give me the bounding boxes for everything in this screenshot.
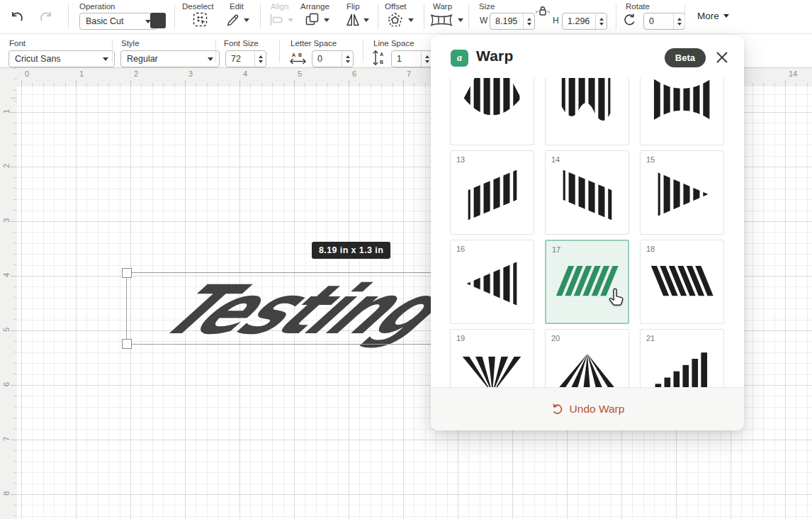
ruler-number: 1 <box>79 69 84 78</box>
ruler-number: 6 <box>352 69 356 78</box>
letter-space-stepper[interactable] <box>342 51 353 67</box>
ruler-number: 0 <box>25 69 29 78</box>
more-button[interactable]: More <box>697 11 729 21</box>
divider <box>260 4 261 29</box>
undo-icon <box>9 9 27 25</box>
rotate-stepper[interactable] <box>673 13 684 29</box>
flip-icon <box>344 11 361 28</box>
warp-style-number: 17 <box>552 245 560 254</box>
selection-handle-bottom-left[interactable] <box>122 339 132 349</box>
width-stepper[interactable] <box>523 13 534 29</box>
undo-button[interactable] <box>9 9 27 25</box>
warp-style-tile-20[interactable]: 20 <box>545 329 629 388</box>
warp-style-number: 21 <box>646 334 655 342</box>
warp-style-tile-21[interactable]: 21 <box>640 329 724 388</box>
font-label: Font <box>9 39 26 48</box>
warp-feature-icon-letter: a <box>457 52 462 64</box>
warp-style-list: 101112131415161718192021 <box>431 78 744 388</box>
arrange-icon <box>305 12 320 28</box>
letter-space-input[interactable] <box>312 51 342 67</box>
divider <box>378 4 378 29</box>
warp-style-tile-10[interactable]: 10 <box>450 78 534 145</box>
warp-chevron-icon[interactable] <box>458 18 463 22</box>
font-size-input[interactable] <box>226 51 254 67</box>
offset-label: Offset <box>385 2 406 11</box>
size-tooltip: 8.19 in x 1.3 in <box>312 242 390 259</box>
letter-space-input-group <box>312 50 354 67</box>
align-button[interactable] <box>269 13 284 27</box>
edit-button[interactable] <box>225 12 241 28</box>
ruler-number: 7 <box>2 434 11 444</box>
height-stepper[interactable] <box>595 13 607 29</box>
flip-chevron-icon[interactable] <box>363 18 369 22</box>
undo-warp-button[interactable]: Undo Warp <box>546 402 629 417</box>
style-label: Style <box>121 39 140 48</box>
close-icon[interactable] <box>716 51 728 64</box>
warp-feature-icon: a <box>451 50 468 67</box>
rotate-label: Rotate <box>626 2 650 11</box>
ruler-number: 5 <box>2 325 11 335</box>
operation-select[interactable]: Basic Cut <box>79 13 157 30</box>
warp-button[interactable] <box>429 13 453 27</box>
height-input[interactable] <box>563 13 595 29</box>
warp-style-tile-19[interactable]: 19 <box>450 329 534 388</box>
arrange-button[interactable] <box>305 12 320 28</box>
chevron-down-icon <box>208 57 213 61</box>
line-space-input-group <box>391 50 433 67</box>
arrange-label: Arrange <box>300 2 329 11</box>
edit-chevron-icon[interactable] <box>244 18 249 22</box>
align-label: Align <box>271 2 289 11</box>
style-select[interactable]: Regular <box>120 50 220 67</box>
deselect-button[interactable] <box>192 11 209 28</box>
ruler-number: 2 <box>2 161 11 171</box>
warp-label: Warp <box>433 2 452 11</box>
line-space-label: Line Space <box>373 39 415 48</box>
ruler-number: 4 <box>243 69 247 78</box>
warp-style-tile-13[interactable]: 13 <box>450 150 534 235</box>
width-input-group <box>490 13 535 30</box>
operation-label: Operation <box>79 2 115 11</box>
rotate-icon <box>621 12 638 28</box>
warp-style-grid: 101112131415161718192021 <box>450 78 724 388</box>
width-input[interactable] <box>490 13 523 29</box>
divider <box>363 40 363 62</box>
rotate-button[interactable] <box>621 12 638 28</box>
arrange-chevron-icon[interactable] <box>324 18 329 22</box>
flip-button[interactable] <box>344 11 361 28</box>
warp-style-tile-16[interactable]: 16 <box>450 240 534 324</box>
ruler-number: 14 <box>789 69 797 78</box>
warp-style-number: 14 <box>551 155 560 164</box>
line-space-input[interactable] <box>392 51 421 67</box>
rotate-input[interactable] <box>644 13 673 29</box>
font-value: Cricut Sans <box>15 54 61 64</box>
font-size-stepper[interactable] <box>254 51 266 67</box>
lock-aspect-icon[interactable] <box>534 4 552 18</box>
warp-style-tile-17[interactable]: 17 <box>545 240 629 324</box>
warp-style-number: 18 <box>646 245 655 253</box>
color-swatch[interactable] <box>150 13 166 28</box>
width-label: W <box>480 16 487 26</box>
offset-icon <box>386 11 404 29</box>
warp-style-tile-11[interactable]: 11 <box>545 78 629 145</box>
beta-badge: Beta <box>665 48 706 67</box>
warp-style-tile-14[interactable]: 14 <box>545 150 629 235</box>
undo-warp-icon <box>551 403 564 416</box>
font-select[interactable]: Cricut Sans <box>9 50 115 67</box>
redo-button[interactable] <box>36 9 54 25</box>
height-input-group <box>562 13 607 30</box>
offset-button[interactable] <box>386 11 404 29</box>
warp-icon <box>429 13 453 27</box>
edit-label: Edit <box>230 2 244 11</box>
svg-text:B: B <box>298 52 302 57</box>
warp-panel-footer: Undo Warp <box>431 387 744 430</box>
deselect-label: Deselect <box>182 2 214 11</box>
redo-icon <box>36 9 54 25</box>
warp-style-tile-18[interactable]: 18 <box>640 240 724 324</box>
selection-handle-top-left[interactable] <box>122 268 132 278</box>
warp-style-tile-12[interactable]: 12 <box>640 78 724 145</box>
divider <box>684 4 685 29</box>
deselect-icon <box>192 11 209 28</box>
rotate-input-group <box>643 13 685 30</box>
offset-chevron-icon[interactable] <box>408 18 414 22</box>
warp-style-tile-15[interactable]: 15 <box>640 150 724 235</box>
